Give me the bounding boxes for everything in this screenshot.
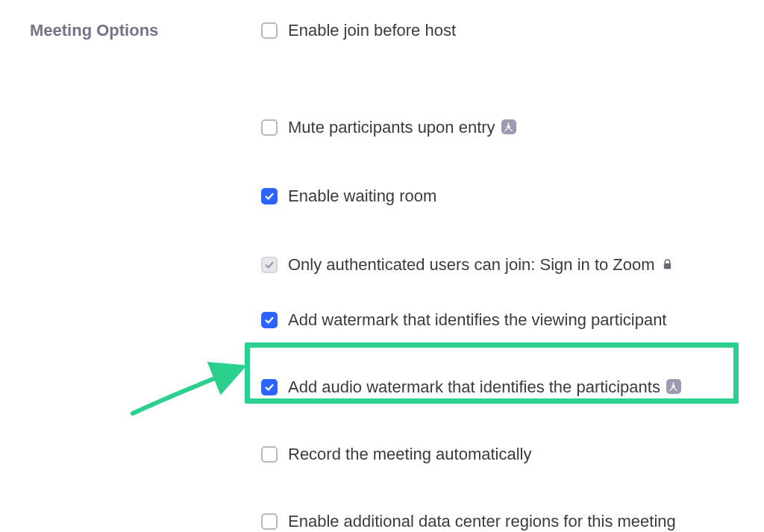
option-label: Only authenticated users can join: Sign …	[288, 255, 655, 275]
option-row: Enable additional data center regions fo…	[261, 509, 764, 532]
option-label: Enable join before host	[288, 21, 456, 40]
checkbox-authenticated-only	[261, 257, 278, 273]
option-row: Mute participants upon entry	[261, 115, 764, 140]
checkbox-audio-watermark[interactable]	[261, 379, 278, 395]
checkbox-waiting-room[interactable]	[261, 188, 278, 204]
lock-icon	[663, 259, 672, 270]
svg-rect-0	[663, 263, 670, 269]
section-label: Meeting Options	[30, 16, 261, 532]
info-icon[interactable]	[666, 379, 681, 394]
option-row: Record the meeting automatically	[261, 442, 764, 467]
option-row: Add watermark that identifies the viewin…	[261, 307, 764, 333]
option-label: Enable waiting room	[288, 187, 436, 206]
info-icon[interactable]	[501, 119, 516, 134]
option-row: Enable waiting room	[261, 184, 764, 209]
option-label: Enable additional data center regions fo…	[288, 512, 676, 531]
checkbox-data-center-regions[interactable]	[261, 513, 278, 530]
option-row: Enable join before host	[261, 18, 764, 43]
option-label: Add watermark that identifies the viewin…	[288, 310, 666, 330]
option-label: Record the meeting automatically	[288, 445, 532, 464]
checkbox-auto-record[interactable]	[261, 446, 278, 463]
checkbox-mute-on-entry[interactable]	[261, 119, 278, 136]
checkbox-video-watermark[interactable]	[261, 312, 278, 328]
option-row: Only authenticated users can join: Sign …	[261, 252, 764, 278]
option-label: Mute participants upon entry	[288, 118, 495, 137]
option-label: Add audio watermark that identifies the …	[288, 378, 660, 397]
options-list: Enable join before host Mute participant…	[261, 16, 764, 532]
option-row: Add audio watermark that identifies the …	[261, 375, 764, 400]
checkbox-join-before-host[interactable]	[261, 22, 278, 39]
